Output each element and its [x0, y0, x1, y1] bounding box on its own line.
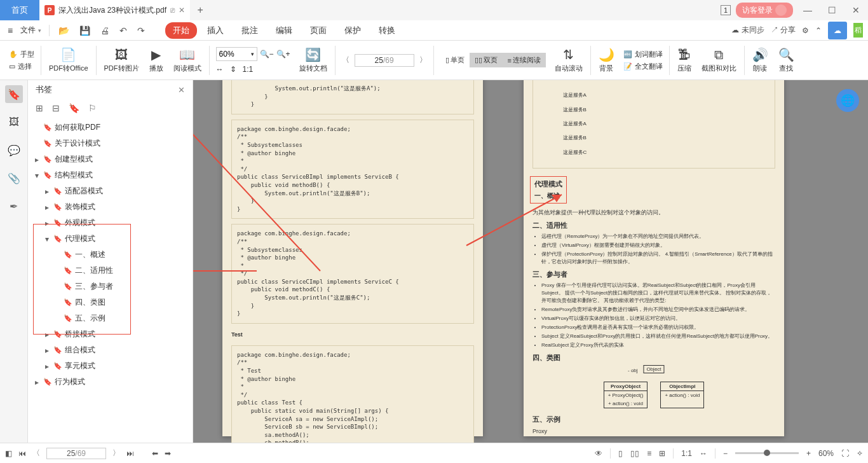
bookmark-item[interactable]: 🔖一、概述	[28, 247, 193, 263]
save-icon[interactable]: 💾	[76, 23, 94, 38]
next-page-icon-sb[interactable]: 〉	[112, 448, 120, 459]
add-bookmark-icon[interactable]: 🔖	[69, 103, 79, 113]
bookmark-item[interactable]: 🔖如何获取PDF	[28, 120, 193, 135]
collapse-ribbon-icon[interactable]: ⌃	[815, 26, 822, 35]
pdf-to-office[interactable]: 📄PDF转Office	[44, 47, 93, 73]
rotate-doc[interactable]: 🔄旋转文档	[294, 47, 332, 73]
continuous-view[interactable]: ≡ 连续阅读	[503, 53, 546, 67]
zoom-select[interactable]: ▾	[216, 47, 257, 61]
bookmark-item[interactable]: 🔖三、参与者	[28, 279, 193, 294]
next-page-icon[interactable]: 〉	[419, 55, 427, 66]
prev-page-icon-sb[interactable]: 〈	[32, 448, 40, 459]
menu-tab-annotate[interactable]: 批注	[234, 22, 266, 39]
side-tab[interactable]: 稻	[853, 23, 863, 38]
bookmark-item[interactable]: 🔖五、示例	[28, 310, 193, 326]
bookmark-item[interactable]: ▸🔖组合模式	[28, 342, 193, 358]
select-tool[interactable]: ▭ 选择	[9, 62, 34, 71]
hamburger-icon[interactable]: ≡	[5, 23, 15, 38]
prev-page-icon[interactable]: 〈	[342, 55, 349, 66]
collapse-all-icon[interactable]: ⊟	[52, 103, 60, 113]
menu-tab-convert[interactable]: 转换	[371, 22, 403, 39]
settings-icon[interactable]: ⚙	[802, 26, 809, 35]
minimize-button[interactable]: —	[798, 1, 817, 20]
redo-icon[interactable]: ↷	[133, 23, 149, 38]
comment-rail-icon[interactable]: 💬	[5, 141, 23, 159]
fit-width-icon-sb[interactable]: ↔	[700, 449, 707, 458]
bookmark-item[interactable]: ▸🔖桥接模式	[28, 326, 193, 342]
tab-presentation-icon[interactable]: ⎚	[170, 6, 175, 15]
bookmark-item[interactable]: ▸🔖适配器模式	[28, 183, 193, 199]
last-page-icon[interactable]: ⏭	[126, 449, 134, 458]
file-tab[interactable]: P 深入浅出Java 23种设计模式.pdf ⎚ ✕	[39, 0, 190, 20]
bookmark-rail-icon[interactable]: 🔖	[5, 85, 23, 103]
zoom-input[interactable]	[219, 50, 247, 59]
share-button[interactable]: ↗ 分享	[771, 25, 796, 36]
open-icon[interactable]: 📂	[55, 23, 73, 38]
view-double-icon[interactable]: ▯▯	[630, 449, 639, 458]
menu-tab-edit[interactable]: 编辑	[268, 22, 300, 39]
zoom-slider[interactable]	[735, 452, 799, 454]
bookmark-item[interactable]: ▸🔖享元模式	[28, 358, 193, 374]
actual-size-icon[interactable]: 1:1	[243, 65, 254, 74]
best-fit-icon[interactable]: ✧	[857, 449, 863, 458]
new-tab-button[interactable]: +	[190, 0, 210, 20]
double-page-view[interactable]: ▯▯ 双页	[470, 53, 503, 67]
menu-tab-protect[interactable]: 保护	[337, 22, 369, 39]
cloud-box-icon[interactable]: ☁	[828, 22, 847, 39]
document-area[interactable]: System.out.println("这是服务A"); } } package…	[193, 80, 868, 443]
bookmark-item[interactable]: ▸🔖行为模式	[28, 374, 193, 390]
bookmark-item[interactable]: 🔖二、适用性	[28, 263, 193, 279]
nav-back-icon[interactable]: ⬅	[152, 449, 158, 458]
tab-close-icon[interactable]: ✕	[179, 6, 185, 15]
zoom-in-sb[interactable]: +	[806, 449, 811, 458]
fit-page-icon[interactable]: ⇕	[230, 65, 236, 74]
autoscroll[interactable]: ⇅自动滚动	[550, 47, 588, 73]
panel-close-icon[interactable]: ✕	[178, 85, 185, 95]
menu-tab-page[interactable]: 页面	[302, 22, 334, 39]
menu-tab-start[interactable]: 开始	[165, 22, 197, 39]
thumbnail-rail-icon[interactable]: 🖼	[5, 113, 23, 131]
zoom-out-icon[interactable]: 🔍−	[260, 50, 274, 59]
find[interactable]: 🔍查找	[773, 47, 799, 73]
full-translate[interactable]: 📝 全文翻译	[623, 62, 663, 71]
word-translate[interactable]: 🔤 划词翻译	[623, 50, 663, 59]
menu-tab-insert[interactable]: 插入	[200, 22, 231, 39]
zoom-thumb[interactable]	[764, 450, 770, 456]
first-page-icon[interactable]: ⏮	[18, 449, 26, 458]
view-grid-icon[interactable]: ⊞	[659, 449, 665, 458]
file-menu[interactable]: 文件▾	[18, 22, 44, 38]
close-button[interactable]: ✕	[846, 1, 865, 20]
hand-tool[interactable]: ✋ 手型	[9, 50, 34, 59]
bookmark-item[interactable]: 🔖四、类图	[28, 294, 193, 310]
play-button[interactable]: ▶播放	[144, 47, 168, 73]
bookmark-item-proxy[interactable]: ▾🔖代理模式	[28, 231, 193, 247]
background[interactable]: 🌙背景	[593, 47, 620, 73]
zoom-in-icon[interactable]: 🔍+	[276, 50, 290, 59]
undo-icon[interactable]: ↶	[116, 23, 131, 38]
zoom-value[interactable]: 60%	[818, 449, 834, 458]
signature-rail-icon[interactable]: ✒	[5, 197, 23, 215]
bookmark-item[interactable]: ▸🔖外观模式	[28, 215, 193, 231]
single-page-view[interactable]: ▯ 单页	[440, 53, 470, 67]
window-count-icon[interactable]: 1	[721, 5, 731, 15]
screenshot-compare[interactable]: ⧉截图和对比	[696, 48, 742, 73]
sidebar-toggle-icon[interactable]: ◧	[5, 449, 12, 458]
fit-actual-icon[interactable]: 1:1	[681, 449, 692, 458]
bookmark-item[interactable]: ▸🔖装饰模式	[28, 199, 193, 215]
nav-forward-icon[interactable]: ➡	[165, 449, 171, 458]
home-tab[interactable]: 首页	[0, 0, 39, 20]
maximize-button[interactable]: ☐	[822, 1, 841, 20]
fullscreen-icon[interactable]: ⛶	[841, 449, 849, 458]
bookmark-options-icon[interactable]: ⚐	[88, 103, 97, 113]
print-icon[interactable]: 🖨	[97, 23, 113, 38]
bookmark-item[interactable]: 🔖关于设计模式	[28, 135, 193, 151]
compress[interactable]: 🗜压缩	[672, 48, 696, 73]
eye-protect-icon[interactable]: 👁	[595, 449, 602, 458]
sync-status[interactable]: ☁ 未同步	[731, 25, 764, 36]
bookmark-item[interactable]: ▾🔖结构型模式	[28, 167, 193, 183]
float-translate-button[interactable]: 🌐	[836, 89, 859, 112]
login-button[interactable]: 访客登录	[736, 3, 793, 18]
bookmark-item[interactable]: ▸🔖创建型模式	[28, 151, 193, 167]
status-page-input[interactable]: 25/69	[46, 448, 106, 459]
view-single-icon[interactable]: ▯	[618, 449, 623, 458]
